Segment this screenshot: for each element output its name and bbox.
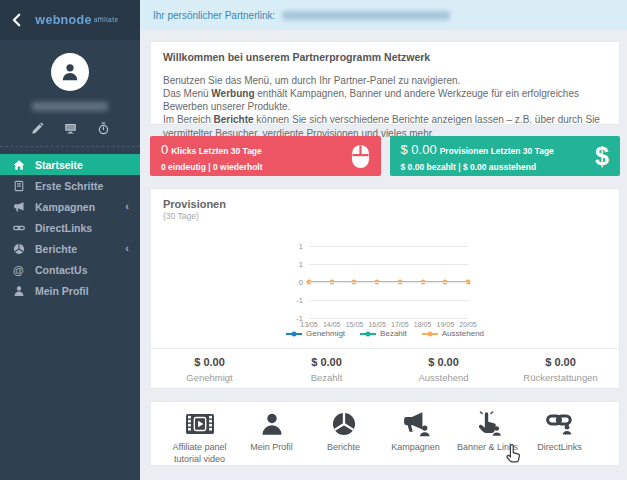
x-tick-label: 19/05	[437, 321, 455, 328]
shortcut-label: Berichte	[309, 442, 378, 454]
sidebar-item-label: Kampagnen	[35, 201, 125, 213]
total-value: $ 0.00	[268, 356, 385, 368]
legend-item-ausstehend[interactable]: Ausstehend	[422, 329, 484, 338]
shortcut-berichte[interactable]: Berichte	[309, 411, 378, 454]
shortcut-directlinks[interactable]: DirectLinks	[525, 411, 594, 454]
user-icon	[60, 62, 80, 82]
welcome-title: Willkommen bei unserem Partnerprogramm N…	[163, 51, 607, 65]
clicks-sub: 0 eindeutig | 0 wiederholt	[161, 163, 263, 172]
sidebar-item-startseite[interactable]: Startseite	[0, 154, 140, 175]
user-icon	[258, 411, 286, 437]
total-label: Ausstehend	[385, 372, 502, 383]
total-value: $ 0.00	[151, 356, 268, 368]
sidebar-item-kampagnen[interactable]: Kampagnen‹	[0, 196, 140, 217]
sidebar-item-mein-profil[interactable]: Mein Profil	[0, 280, 140, 301]
pie-icon	[13, 243, 25, 255]
legend-label: Genehmigt	[306, 329, 345, 338]
shortcut-mein-profil[interactable]: Mein Profil	[237, 411, 306, 454]
total-value: $ 0.00	[502, 356, 619, 368]
totals-row: $ 0.00Genehmigt$ 0.00Bezahlt$ 0.00Ausste…	[151, 349, 619, 389]
topbar: Ihr persönlicher Partnerlink:	[140, 0, 627, 30]
main-content: Willkommen bei unserem Partnerprogramm N…	[150, 30, 620, 466]
username-blurred	[32, 102, 108, 111]
home-icon	[13, 159, 25, 171]
y-tick-label: -1	[282, 314, 303, 323]
gridline	[309, 318, 468, 319]
sidebar-item-label: Mein Profil	[35, 285, 129, 297]
clicks-label: Klicks Letzten 30 Tage	[171, 146, 262, 156]
legend-marker	[360, 333, 376, 335]
shortcut-label: DirectLinks	[525, 442, 594, 454]
x-tick-label: 14/05	[323, 321, 341, 328]
welcome-line2: Das Menü Werbung enthält Kampagnen, Bann…	[163, 87, 607, 113]
brand-suffix: affiliate	[94, 16, 119, 23]
total-value: $ 0.00	[385, 356, 502, 368]
sidebar-item-label: Erste Schritte	[35, 180, 129, 192]
profile-section	[0, 40, 140, 147]
monitor-icon[interactable]	[64, 122, 77, 135]
stopwatch-icon[interactable]	[97, 122, 110, 135]
sidebar-item-berichte[interactable]: Berichte‹	[0, 238, 140, 259]
y-tick-label: -1	[282, 296, 303, 305]
legend-marker	[422, 333, 438, 335]
book-icon	[13, 180, 25, 192]
total-label: Rückerstattungen	[502, 372, 619, 383]
shortcut-label: Kampagnen	[381, 442, 450, 454]
partner-link-label: Ihr persönlicher Partnerlink:	[153, 10, 275, 21]
legend-item-bezahlt[interactable]: Bezahlt	[360, 329, 407, 338]
film-icon	[186, 411, 214, 437]
megaphone-person-icon	[402, 411, 430, 437]
total-r-ckerstattungen: $ 0.00Rückerstattungen	[502, 356, 619, 383]
sidebar-menu: StartseiteErste SchritteKampagnen‹Direct…	[0, 154, 140, 301]
chart-legend: GenehmigtBezahltAusstehend	[151, 329, 619, 338]
at-icon: @	[13, 264, 25, 276]
links-icon	[13, 222, 25, 234]
partner-link-value-blurred[interactable]	[282, 11, 450, 20]
stat-cards-row: 0Klicks Letzten 30 Tage 0 eindeutig | 0 …	[150, 136, 620, 176]
total-bezahlt: $ 0.00Bezahlt	[268, 356, 385, 383]
sidebar-item-contactus[interactable]: @ContactUs	[0, 259, 140, 280]
x-tick-label: 16/05	[368, 321, 386, 328]
brand-logo: webnodeaffiliate	[24, 13, 130, 27]
sidebar-item-label: Berichte	[35, 243, 125, 255]
x-tick-label: 15/05	[346, 321, 364, 328]
sidebar-item-erste-schritte[interactable]: Erste Schritte	[0, 175, 140, 196]
x-tick-label: 17/05	[391, 321, 409, 328]
mouse-icon	[351, 144, 370, 169]
legend-marker	[286, 333, 302, 335]
clicks-value: 0	[161, 142, 168, 157]
shortcut-label: Banner & Links	[453, 442, 522, 454]
chart-x-axis: 13/0514/0515/0516/0517/0518/0519/0520/05	[309, 321, 468, 329]
commissions-sub: $ 0.00 bezahlt | $ 0.00 ausstehend	[401, 163, 554, 172]
shortcut-kampagnen[interactable]: Kampagnen	[381, 411, 450, 454]
y-tick-label: 0	[282, 278, 303, 287]
sidebar-item-directlinks[interactable]: DirectLinks	[0, 217, 140, 238]
gridline	[309, 246, 468, 247]
chevron-left-icon: ‹	[125, 243, 129, 254]
total-label: Genehmigt	[151, 372, 268, 383]
chevron-left-icon: ‹	[125, 201, 129, 212]
commissions-value: $ 0.00	[401, 142, 437, 157]
gridline	[309, 282, 468, 283]
pencil-icon[interactable]	[31, 122, 44, 135]
gridline	[309, 264, 468, 265]
back-chevron-icon[interactable]	[10, 13, 24, 27]
hand-click-icon	[474, 411, 502, 437]
chart-subtitle: (30 Tage)	[163, 211, 199, 221]
shortcut-banner-links[interactable]: Banner & Links	[453, 411, 522, 454]
pie-icon	[330, 411, 358, 437]
user-icon	[13, 285, 25, 297]
clicks-card: 0Klicks Letzten 30 Tage 0 eindeutig | 0 …	[150, 136, 381, 176]
legend-label: Bezahlt	[380, 329, 407, 338]
sidebar: webnodeaffiliate StartseiteErste Schritt…	[0, 0, 140, 480]
sidebar-item-label: ContactUs	[35, 264, 129, 276]
shortcut-affiliate-panel-tutorial-video[interactable]: Affiliate panel tutorial video	[165, 411, 234, 465]
x-tick-label: 20/05	[459, 321, 477, 328]
commissions-label: Provisionen Letzten 30 Tage	[440, 146, 554, 156]
chart-plot-area: 13/0514/0515/0516/0517/0518/0519/0520/05…	[282, 246, 468, 318]
dollar-icon: $	[595, 144, 609, 169]
legend-item-genehmigt[interactable]: Genehmigt	[286, 329, 345, 338]
provisionen-chart-panel: Provisionen (30 Tage) 13/0514/0515/0516/…	[150, 188, 620, 389]
total-ausstehend: $ 0.00Ausstehend	[385, 356, 502, 383]
directlinks-icon	[546, 411, 574, 437]
